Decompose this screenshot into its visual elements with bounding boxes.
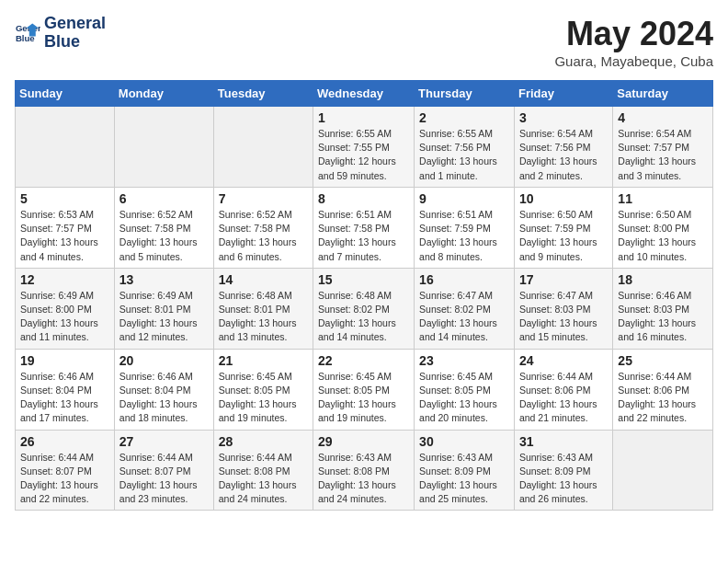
day-number: 16 (419, 272, 509, 287)
calendar-cell: 5Sunrise: 6:53 AM Sunset: 7:57 PM Daylig… (16, 187, 115, 268)
day-header-sunday: Sunday (16, 81, 115, 107)
calendar-cell: 6Sunrise: 6:52 AM Sunset: 7:58 PM Daylig… (114, 187, 213, 268)
calendar-week-row: 26Sunrise: 6:44 AM Sunset: 8:07 PM Dayli… (16, 430, 713, 511)
day-number: 30 (419, 434, 509, 449)
day-info: Sunrise: 6:43 AM Sunset: 8:09 PM Dayligh… (519, 451, 608, 507)
calendar-week-row: 5Sunrise: 6:53 AM Sunset: 7:57 PM Daylig… (16, 187, 713, 268)
day-number: 15 (318, 272, 409, 287)
day-number: 24 (519, 353, 608, 368)
day-number: 6 (119, 191, 209, 206)
day-info: Sunrise: 6:51 AM Sunset: 7:58 PM Dayligh… (318, 208, 409, 264)
days-header-row: SundayMondayTuesdayWednesdayThursdayFrid… (16, 81, 713, 107)
calendar-cell: 25Sunrise: 6:44 AM Sunset: 8:06 PM Dayli… (613, 349, 713, 430)
calendar-cell: 16Sunrise: 6:47 AM Sunset: 8:02 PM Dayli… (415, 268, 515, 349)
day-number: 17 (519, 272, 608, 287)
day-number: 7 (219, 191, 308, 206)
calendar-cell: 26Sunrise: 6:44 AM Sunset: 8:07 PM Dayli… (16, 430, 115, 511)
calendar-cell: 15Sunrise: 6:48 AM Sunset: 8:02 PM Dayli… (313, 268, 415, 349)
day-header-wednesday: Wednesday (313, 81, 415, 107)
calendar-cell: 29Sunrise: 6:43 AM Sunset: 8:08 PM Dayli… (313, 430, 415, 511)
calendar-cell: 8Sunrise: 6:51 AM Sunset: 7:58 PM Daylig… (313, 187, 415, 268)
day-info: Sunrise: 6:46 AM Sunset: 8:04 PM Dayligh… (20, 370, 109, 426)
day-header-friday: Friday (514, 81, 612, 107)
day-info: Sunrise: 6:47 AM Sunset: 8:02 PM Dayligh… (419, 289, 509, 345)
day-info: Sunrise: 6:45 AM Sunset: 8:05 PM Dayligh… (318, 370, 409, 426)
day-info: Sunrise: 6:47 AM Sunset: 8:03 PM Dayligh… (519, 289, 608, 345)
page-header: General Blue General Blue May 2024 Guara… (15, 15, 713, 69)
day-number: 29 (318, 434, 409, 449)
day-info: Sunrise: 6:55 AM Sunset: 7:56 PM Dayligh… (419, 127, 509, 183)
day-number: 19 (20, 353, 109, 368)
day-number: 3 (519, 110, 608, 125)
day-info: Sunrise: 6:45 AM Sunset: 8:05 PM Dayligh… (219, 370, 308, 426)
calendar-cell: 22Sunrise: 6:45 AM Sunset: 8:05 PM Dayli… (313, 349, 415, 430)
day-number: 4 (618, 110, 708, 125)
day-info: Sunrise: 6:53 AM Sunset: 7:57 PM Dayligh… (20, 208, 109, 264)
calendar-cell: 18Sunrise: 6:46 AM Sunset: 8:03 PM Dayli… (613, 268, 713, 349)
day-number: 5 (20, 191, 109, 206)
calendar-cell (16, 107, 115, 188)
day-info: Sunrise: 6:43 AM Sunset: 8:08 PM Dayligh… (318, 451, 409, 507)
logo-text: General Blue (44, 15, 106, 52)
day-number: 10 (519, 191, 608, 206)
title-block: May 2024 Guara, Mayabeque, Cuba (554, 15, 713, 69)
calendar-cell: 11Sunrise: 6:50 AM Sunset: 8:00 PM Dayli… (613, 187, 713, 268)
day-number: 14 (219, 272, 308, 287)
day-number: 31 (519, 434, 608, 449)
calendar-table: SundayMondayTuesdayWednesdayThursdayFrid… (15, 80, 713, 511)
calendar-cell: 19Sunrise: 6:46 AM Sunset: 8:04 PM Dayli… (16, 349, 115, 430)
calendar-cell: 13Sunrise: 6:49 AM Sunset: 8:01 PM Dayli… (114, 268, 213, 349)
day-number: 28 (219, 434, 308, 449)
day-number: 25 (618, 353, 708, 368)
calendar-week-row: 12Sunrise: 6:49 AM Sunset: 8:00 PM Dayli… (16, 268, 713, 349)
day-header-saturday: Saturday (613, 81, 713, 107)
calendar-cell: 20Sunrise: 6:46 AM Sunset: 8:04 PM Dayli… (114, 349, 213, 430)
day-info: Sunrise: 6:46 AM Sunset: 8:04 PM Dayligh… (119, 370, 209, 426)
day-info: Sunrise: 6:54 AM Sunset: 7:56 PM Dayligh… (519, 127, 608, 183)
calendar-cell: 10Sunrise: 6:50 AM Sunset: 7:59 PM Dayli… (514, 187, 612, 268)
calendar-cell: 24Sunrise: 6:44 AM Sunset: 8:06 PM Dayli… (514, 349, 612, 430)
day-info: Sunrise: 6:44 AM Sunset: 8:06 PM Dayligh… (519, 370, 608, 426)
calendar-cell: 23Sunrise: 6:45 AM Sunset: 8:05 PM Dayli… (415, 349, 515, 430)
calendar-cell: 17Sunrise: 6:47 AM Sunset: 8:03 PM Dayli… (514, 268, 612, 349)
day-number: 2 (419, 110, 509, 125)
day-number: 21 (219, 353, 308, 368)
calendar-cell: 7Sunrise: 6:52 AM Sunset: 7:58 PM Daylig… (213, 187, 313, 268)
calendar-week-row: 19Sunrise: 6:46 AM Sunset: 8:04 PM Dayli… (16, 349, 713, 430)
calendar-cell (613, 430, 713, 511)
calendar-cell: 12Sunrise: 6:49 AM Sunset: 8:00 PM Dayli… (16, 268, 115, 349)
day-number: 27 (119, 434, 209, 449)
day-info: Sunrise: 6:49 AM Sunset: 8:01 PM Dayligh… (119, 289, 209, 345)
day-number: 8 (318, 191, 409, 206)
calendar-cell: 9Sunrise: 6:51 AM Sunset: 7:59 PM Daylig… (415, 187, 515, 268)
day-info: Sunrise: 6:44 AM Sunset: 8:08 PM Dayligh… (219, 451, 308, 507)
day-info: Sunrise: 6:50 AM Sunset: 7:59 PM Dayligh… (519, 208, 608, 264)
day-number: 12 (20, 272, 109, 287)
day-info: Sunrise: 6:51 AM Sunset: 7:59 PM Dayligh… (419, 208, 509, 264)
calendar-cell: 1Sunrise: 6:55 AM Sunset: 7:55 PM Daylig… (313, 107, 415, 188)
calendar-week-row: 1Sunrise: 6:55 AM Sunset: 7:55 PM Daylig… (16, 107, 713, 188)
day-header-monday: Monday (114, 81, 213, 107)
day-number: 18 (618, 272, 708, 287)
day-info: Sunrise: 6:48 AM Sunset: 8:01 PM Dayligh… (219, 289, 308, 345)
day-number: 1 (318, 110, 409, 125)
day-info: Sunrise: 6:48 AM Sunset: 8:02 PM Dayligh… (318, 289, 409, 345)
calendar-cell: 3Sunrise: 6:54 AM Sunset: 7:56 PM Daylig… (514, 107, 612, 188)
day-header-thursday: Thursday (415, 81, 515, 107)
calendar-cell: 14Sunrise: 6:48 AM Sunset: 8:01 PM Dayli… (213, 268, 313, 349)
day-number: 9 (419, 191, 509, 206)
day-info: Sunrise: 6:54 AM Sunset: 7:57 PM Dayligh… (618, 127, 708, 183)
logo-icon: General Blue (15, 20, 40, 46)
day-info: Sunrise: 6:50 AM Sunset: 8:00 PM Dayligh… (618, 208, 708, 264)
day-number: 22 (318, 353, 409, 368)
day-info: Sunrise: 6:52 AM Sunset: 7:58 PM Dayligh… (119, 208, 209, 264)
calendar-cell: 30Sunrise: 6:43 AM Sunset: 8:09 PM Dayli… (415, 430, 515, 511)
month-title: May 2024 (554, 15, 713, 53)
day-info: Sunrise: 6:45 AM Sunset: 8:05 PM Dayligh… (419, 370, 509, 426)
calendar-cell (114, 107, 213, 188)
day-number: 13 (119, 272, 209, 287)
calendar-cell: 21Sunrise: 6:45 AM Sunset: 8:05 PM Dayli… (213, 349, 313, 430)
calendar-cell: 28Sunrise: 6:44 AM Sunset: 8:08 PM Dayli… (213, 430, 313, 511)
day-info: Sunrise: 6:44 AM Sunset: 8:07 PM Dayligh… (119, 451, 209, 507)
calendar-cell (213, 107, 313, 188)
